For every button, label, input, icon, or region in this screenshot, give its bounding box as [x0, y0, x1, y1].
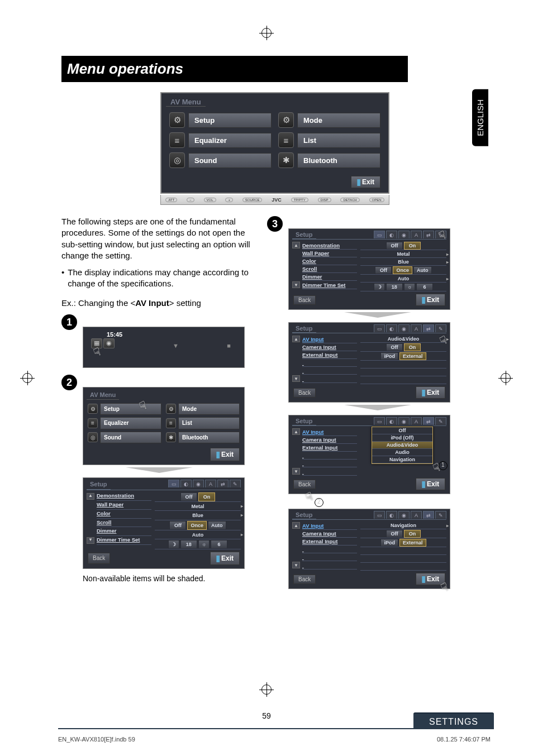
tab-clock[interactable]: ◐: [180, 480, 192, 487]
option-off[interactable]: Off: [386, 343, 403, 351]
tab-other[interactable]: ✎: [435, 324, 446, 332]
setup-item[interactable]: Scroll: [97, 519, 151, 528]
exit-button[interactable]: ||||Exit: [210, 448, 240, 461]
scroll-up-icon[interactable]: ▲: [292, 242, 300, 248]
option-once[interactable]: Once: [187, 521, 207, 530]
setup-item-external-input[interactable]: External Input: [302, 444, 357, 452]
home-icon-2[interactable]: ◉: [103, 338, 115, 348]
value-dimmer[interactable]: Auto▸: [360, 275, 446, 283]
tab-disc[interactable]: ◉: [398, 231, 410, 238]
menu-item-mode[interactable]: ⚙ Mode: [166, 403, 240, 415]
time-value[interactable]: 6: [211, 540, 227, 549]
tab-tuner[interactable]: A: [411, 417, 422, 425]
tab-input[interactable]: ⇄: [423, 417, 434, 425]
scroll-down-icon[interactable]: ▼: [292, 281, 300, 288]
time-value[interactable]: 6: [416, 283, 433, 291]
option-ipod[interactable]: iPod: [380, 352, 398, 360]
value-color[interactable]: Blue▸: [155, 511, 241, 520]
value-wallpaper[interactable]: Metal▸: [155, 503, 241, 511]
tab-disc[interactable]: ◉: [398, 417, 410, 425]
popup-option[interactable]: Audio: [372, 449, 432, 456]
option-auto[interactable]: Auto: [208, 521, 226, 530]
scroll-down-icon[interactable]: ▼: [87, 537, 94, 544]
exit-button[interactable]: ||||Exit: [210, 552, 240, 565]
setup-item[interactable]: Dimmer Time Set: [97, 537, 151, 545]
value-wallpaper[interactable]: Metal▸: [360, 251, 446, 258]
value-color[interactable]: Blue▸: [360, 259, 446, 266]
tab-clock[interactable]: ◐: [386, 417, 397, 425]
tab-tuner[interactable]: A: [205, 480, 216, 487]
menu-item-bluetooth[interactable]: ✱ Bluetooth: [278, 152, 380, 168]
menu-item-bluetooth[interactable]: ✱ Bluetooth: [166, 432, 240, 444]
setup-item-camera-input[interactable]: Camera Input: [302, 530, 357, 538]
setup-item[interactable]: Demonstration: [97, 492, 151, 501]
popup-option[interactable]: Navigation: [372, 456, 432, 463]
popup-option[interactable]: iPod (Off): [372, 434, 432, 442]
setup-item[interactable]: Wall Paper: [97, 501, 151, 510]
menu-item-list[interactable]: ≡ List: [166, 417, 240, 429]
popup-option[interactable]: Audio&Video: [372, 442, 432, 449]
scroll-down-icon[interactable]: ▼: [292, 375, 300, 382]
tab-display[interactable]: ▭: [168, 480, 179, 487]
value-dimmer[interactable]: Auto▸: [155, 531, 241, 539]
tab-clock[interactable]: ◐: [386, 231, 397, 238]
menu-item-mode[interactable]: ⚙ Mode: [278, 112, 380, 128]
tab-tuner[interactable]: A: [411, 324, 422, 332]
scroll-up-icon[interactable]: ▲: [292, 336, 300, 342]
scroll-up-icon[interactable]: ▲: [292, 522, 300, 529]
option-external[interactable]: External: [399, 352, 426, 360]
option-auto[interactable]: Auto: [413, 266, 432, 274]
menu-item-list[interactable]: ≡ List: [278, 132, 380, 148]
tab-tuner[interactable]: A: [411, 231, 422, 238]
option-on[interactable]: On: [404, 530, 421, 538]
option-on[interactable]: On: [404, 343, 421, 351]
setup-item-av-input[interactable]: AV Input: [302, 429, 357, 436]
tab-display[interactable]: ▭: [374, 324, 385, 332]
setup-item-av-input[interactable]: AV Input: [302, 336, 357, 343]
menu-item-sound[interactable]: ◎ Sound: [88, 432, 161, 444]
back-button[interactable]: Back: [293, 480, 316, 489]
menu-item-equalizer[interactable]: ≡ Equalizer: [169, 132, 272, 148]
option-off[interactable]: Off: [386, 242, 403, 250]
scroll-down-icon[interactable]: ▼: [292, 562, 300, 568]
option-on[interactable]: On: [198, 492, 215, 501]
tab-other[interactable]: ✎: [435, 511, 446, 519]
option-once[interactable]: Once: [393, 266, 412, 274]
back-button[interactable]: Back: [293, 388, 316, 398]
menu-item-sound[interactable]: ◎ Sound: [169, 152, 272, 168]
tab-display[interactable]: ▭: [374, 231, 385, 238]
tab-disc[interactable]: ◉: [193, 480, 204, 487]
setup-item-external-input[interactable]: External Input: [302, 538, 357, 546]
tab-input[interactable]: ⇄: [423, 231, 434, 238]
setup-item[interactable]: Wall Paper: [302, 250, 357, 257]
value-av-input[interactable]: Audio&Video▸: [360, 336, 446, 343]
option-off[interactable]: Off: [375, 266, 392, 274]
option-ipod[interactable]: iPod: [380, 539, 398, 547]
tab-other[interactable]: ✎: [230, 480, 241, 487]
setup-item-camera-input[interactable]: Camera Input: [302, 437, 357, 444]
setup-item[interactable]: Demonstration: [302, 242, 357, 250]
back-button[interactable]: Back: [293, 295, 316, 305]
value-av-input[interactable]: Navigation▸: [360, 522, 446, 529]
setup-item-external-input[interactable]: External Input: [302, 352, 357, 359]
exit-button[interactable]: ||||Exit: [416, 478, 445, 490]
setup-item[interactable]: Color: [302, 258, 357, 265]
scroll-down-icon[interactable]: ▼: [292, 468, 300, 475]
back-button[interactable]: Back: [88, 553, 110, 564]
option-off[interactable]: Off: [386, 530, 403, 538]
tab-other[interactable]: ✎: [435, 417, 446, 425]
menu-item-setup[interactable]: ⚙ Setup: [169, 112, 272, 128]
time-value[interactable]: 18: [386, 283, 403, 291]
tab-clock[interactable]: ◐: [386, 511, 397, 519]
tab-display[interactable]: ▭: [374, 511, 385, 519]
setup-item[interactable]: Color: [97, 510, 151, 519]
tab-input[interactable]: ⇄: [423, 324, 434, 332]
scroll-up-icon[interactable]: ▲: [292, 428, 300, 435]
tab-input[interactable]: ⇄: [217, 480, 229, 487]
tab-disc[interactable]: ◉: [398, 511, 410, 519]
tab-tuner[interactable]: A: [411, 511, 422, 519]
exit-button[interactable]: ||||Exit: [416, 386, 445, 399]
back-button[interactable]: Back: [293, 575, 316, 584]
setup-item-av-input[interactable]: AV Input: [302, 523, 357, 530]
exit-button[interactable]: ||||Exit: [416, 294, 445, 306]
